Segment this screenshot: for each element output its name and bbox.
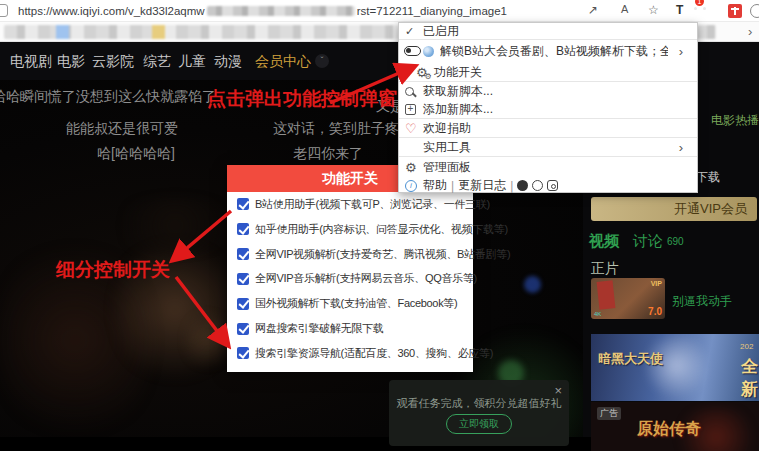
tab-video[interactable]: 视频 (589, 232, 619, 251)
banner-year: 202 (740, 342, 753, 351)
address-url[interactable]: https://www.iqiyi.com/v_kd33l2aqmw rst=7… (18, 5, 507, 17)
function-switch-panel: 功能开关 B站使用助手(视频下载可P、浏览记录、一件三联) 知乎使用助手(内容标… (227, 165, 473, 372)
movie-title[interactable]: 别逼我动手 (672, 293, 732, 310)
submenu-chevron-icon: › (679, 44, 683, 59)
hot-rank-title[interactable]: 电影热播榜 (711, 112, 759, 129)
checkbox-checked[interactable] (237, 298, 249, 310)
checkbox-checked[interactable] (237, 273, 249, 285)
quality-badge: 4K (594, 311, 601, 317)
banner-ad[interactable]: 暗黑大天使 202 全新 (591, 334, 759, 401)
menu-item-label: 实用工具 (423, 139, 471, 156)
checkbox-checked[interactable] (237, 323, 249, 335)
reward-toast: × 观看任务完成，领积分兑超值好礼 立即领取 (389, 380, 569, 446)
menu-item-add-script[interactable]: + 添加新脚本... (399, 100, 697, 118)
script-icon (423, 46, 434, 57)
menu-item-get-scripts[interactable]: 获取新脚本... (399, 82, 697, 100)
switch-option-foreign-video[interactable]: 国外视频解析下载(支持油管、Facebook等) (237, 296, 469, 311)
menu-item-label: 功能开关 (434, 64, 482, 81)
ad-badge: 广告 (597, 407, 621, 420)
browser-url-bar[interactable]: https://www.iqiyi.com/v_kd33l2aqmw rst=7… (0, 0, 759, 22)
github-icon[interactable] (517, 180, 528, 191)
claim-now-button[interactable]: 立即领取 (446, 414, 512, 434)
nav-item-tv[interactable]: 电视剧 (10, 53, 52, 71)
option-label: B站使用助手(视频下载可P、浏览记录、一件三联) (255, 197, 490, 212)
open-vip-button[interactable]: 开通VIP会员 (591, 197, 757, 221)
check-icon: ✓ (405, 25, 414, 38)
nav-item-vip-center[interactable]: 会员中心 (255, 53, 311, 71)
tampermonkey-menu: ✓ 已启用 解锁B站大会员番剧、B站视频解析下载；全网VIP视频免费破... ›… (398, 22, 698, 193)
nav-item-variety[interactable]: 综艺 (143, 53, 171, 71)
menu-item-donate[interactable]: ♡ 欢迎捐助 (399, 119, 697, 137)
banner-tag: 全新 (741, 355, 759, 401)
share-icon[interactable]: ↗ (588, 3, 598, 17)
scene-hat (110, 198, 240, 253)
menu-item-script[interactable]: 解锁B站大会员番剧、B站视频解析下载；全网VIP视频免费破... › (399, 40, 697, 62)
checkbox-checked[interactable] (237, 347, 249, 359)
menu-item-tools[interactable]: 实用工具 › (399, 138, 697, 156)
plus-square-icon: + (405, 104, 416, 115)
switch-option-zhihu[interactable]: 知乎使用助手(内容标识、问答显示优化、视频下载等) (237, 222, 469, 237)
gear-icon: ⚙ (405, 161, 417, 174)
bookmarks-overflow-icon[interactable]: › (748, 24, 752, 39)
divider: | (510, 179, 513, 193)
switch-option-netdisk[interactable]: 网盘搜索引擎破解无限下载 (237, 321, 469, 336)
url-blurred-segment (207, 6, 355, 16)
menu-item-dashboard[interactable]: ⚙ 管理面板 (399, 157, 697, 177)
rating-badge: 7.0 (648, 306, 662, 317)
scene-hand-phone (185, 305, 230, 375)
option-label: 国外视频解析下载(支持油管、Facebook等) (255, 296, 457, 311)
checkbox-checked[interactable] (237, 198, 249, 210)
search-icon (405, 87, 414, 96)
site-info-icon[interactable] (0, 4, 8, 17)
license-icon[interactable] (532, 180, 543, 191)
red-extension-icon[interactable] (728, 4, 742, 18)
instagram-icon[interactable] (547, 180, 558, 191)
text-extension-icon[interactable]: T (676, 3, 683, 17)
menu-item-feature-switch[interactable]: ⚙⚙ 功能开关 (399, 63, 697, 81)
checkbox-checked[interactable] (237, 223, 249, 235)
option-label: 搜索引擎资源导航(适配百度、360、搜狗、必应等) (255, 346, 493, 361)
banner-title: 暗黑大天使 (598, 350, 663, 368)
gears-icon: ⚙⚙ (416, 66, 428, 79)
menu-item-label: 管理面板 (423, 159, 471, 176)
nav-item-movie[interactable]: 电影 (57, 53, 85, 71)
divider: | (451, 179, 454, 193)
nav-more-chevron-icon[interactable]: ˇ (315, 54, 329, 68)
download-button[interactable]: 下载 (696, 169, 720, 186)
annotation-click-popup: 点击弹出功能控制弹窗 (207, 86, 397, 112)
tab-discuss[interactable]: 讨论 (633, 232, 663, 251)
url-prefix: https://www.iqiyi.com/v_kd33l2aqmw (18, 5, 205, 17)
switch-option-search-nav[interactable]: 搜索引擎资源导航(适配百度、360、搜狗、必应等) (237, 346, 469, 361)
info-icon: i (405, 180, 417, 192)
help-link[interactable]: 帮助 (423, 177, 447, 194)
danmaku-line: 这对话，笑到肚子疼 (273, 120, 399, 138)
scene-bokeh-blue-dot (524, 276, 541, 293)
movie-thumbnail[interactable]: VIP 7.0 4K (591, 278, 665, 319)
toggle-on-icon[interactable] (404, 46, 421, 56)
nav-item-cloud[interactable]: 云影院 (92, 53, 134, 71)
discuss-count-badge: 690 (667, 236, 684, 247)
menu-item-enabled[interactable]: ✓ 已启用 (399, 23, 697, 39)
browser-profile-icon[interactable] (750, 4, 759, 18)
danmaku-line: 哈[哈哈哈哈] (97, 145, 175, 163)
switch-option-vip-video[interactable]: 全网VIP视频解析(支持爱奇艺、腾讯视频、B站番剧等) (237, 247, 469, 262)
favorites-star-icon[interactable]: ☆ (648, 3, 659, 17)
tampermonkey-badge: 1 (695, 0, 704, 6)
checkbox-checked[interactable] (237, 248, 249, 260)
changelog-link[interactable]: 更新日志 (458, 177, 506, 194)
menu-item-label: 欢迎捐助 (423, 120, 471, 137)
nav-item-anime[interactable]: 动漫 (214, 53, 242, 71)
switch-option-list: B站使用助手(视频下载可P、浏览记录、一件三联) 知乎使用助手(内容标识、问答显… (237, 192, 469, 366)
option-label: 全网VIP音乐解析(支持网易云音乐、QQ音乐等) (255, 271, 477, 286)
annotation-fine-switch: 细分控制开关 (56, 257, 170, 283)
script-title: 解锁B站大会员番剧、B站视频解析下载；全网VIP视频免费破... (440, 43, 668, 60)
option-label: 网盘搜索引擎破解无限下载 (255, 321, 383, 336)
switch-option-vip-music[interactable]: 全网VIP音乐解析(支持网易云音乐、QQ音乐等) (237, 271, 469, 286)
nav-item-kids[interactable]: 儿童 (178, 53, 206, 71)
menu-item-label: 已启用 (423, 23, 459, 40)
read-aloud-icon[interactable]: A (621, 3, 628, 15)
switch-option-bilibili[interactable]: B站使用助手(视频下载可P、浏览记录、一件三联) (237, 197, 469, 212)
bottom-ad[interactable]: 广告 原始传奇 (591, 402, 759, 451)
option-label: 全网VIP视频解析(支持爱奇艺、腾讯视频、B站番剧等) (255, 247, 510, 262)
danmaku-line: 老四你来了 (293, 145, 363, 163)
